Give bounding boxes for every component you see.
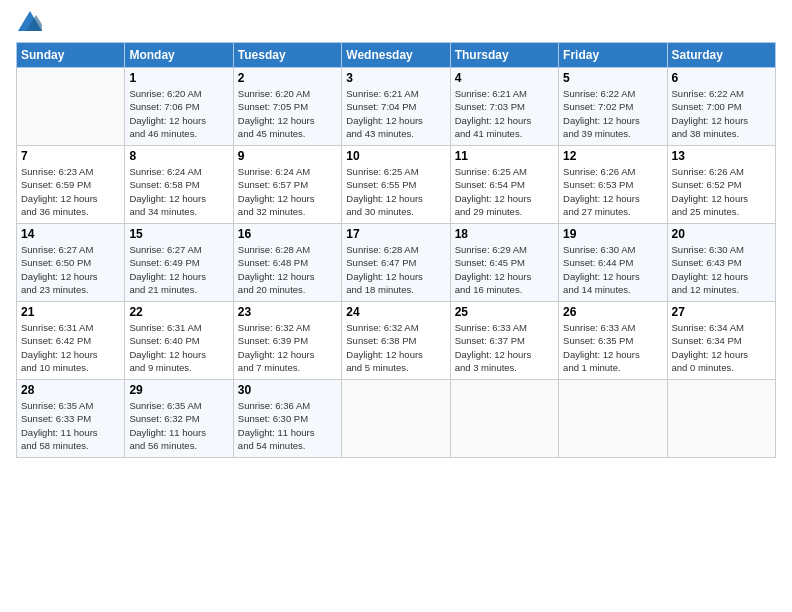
day-number: 16 [238, 227, 337, 241]
day-number: 29 [129, 383, 228, 397]
day-info: Sunrise: 6:20 AMSunset: 7:05 PMDaylight:… [238, 87, 337, 140]
day-header-tuesday: Tuesday [233, 43, 341, 68]
calendar-header-row: SundayMondayTuesdayWednesdayThursdayFrid… [17, 43, 776, 68]
day-number: 8 [129, 149, 228, 163]
calendar-cell: 5Sunrise: 6:22 AMSunset: 7:02 PMDaylight… [559, 68, 667, 146]
day-number: 14 [21, 227, 120, 241]
calendar-cell: 28Sunrise: 6:35 AMSunset: 6:33 PMDayligh… [17, 380, 125, 458]
logo [16, 12, 42, 32]
calendar-cell: 12Sunrise: 6:26 AMSunset: 6:53 PMDayligh… [559, 146, 667, 224]
calendar-cell: 16Sunrise: 6:28 AMSunset: 6:48 PMDayligh… [233, 224, 341, 302]
calendar-cell: 13Sunrise: 6:26 AMSunset: 6:52 PMDayligh… [667, 146, 775, 224]
day-header-friday: Friday [559, 43, 667, 68]
calendar-cell: 14Sunrise: 6:27 AMSunset: 6:50 PMDayligh… [17, 224, 125, 302]
day-info: Sunrise: 6:32 AMSunset: 6:38 PMDaylight:… [346, 321, 445, 374]
day-header-sunday: Sunday [17, 43, 125, 68]
calendar-cell: 18Sunrise: 6:29 AMSunset: 6:45 PMDayligh… [450, 224, 558, 302]
calendar-cell: 30Sunrise: 6:36 AMSunset: 6:30 PMDayligh… [233, 380, 341, 458]
day-info: Sunrise: 6:33 AMSunset: 6:35 PMDaylight:… [563, 321, 662, 374]
calendar-cell: 21Sunrise: 6:31 AMSunset: 6:42 PMDayligh… [17, 302, 125, 380]
day-info: Sunrise: 6:22 AMSunset: 7:00 PMDaylight:… [672, 87, 771, 140]
day-number: 4 [455, 71, 554, 85]
calendar-cell [450, 380, 558, 458]
day-header-monday: Monday [125, 43, 233, 68]
day-info: Sunrise: 6:24 AMSunset: 6:57 PMDaylight:… [238, 165, 337, 218]
day-info: Sunrise: 6:21 AMSunset: 7:04 PMDaylight:… [346, 87, 445, 140]
day-info: Sunrise: 6:31 AMSunset: 6:42 PMDaylight:… [21, 321, 120, 374]
week-row-2: 7Sunrise: 6:23 AMSunset: 6:59 PMDaylight… [17, 146, 776, 224]
day-number: 20 [672, 227, 771, 241]
calendar-cell: 22Sunrise: 6:31 AMSunset: 6:40 PMDayligh… [125, 302, 233, 380]
day-number: 22 [129, 305, 228, 319]
calendar-cell [667, 380, 775, 458]
calendar-cell: 15Sunrise: 6:27 AMSunset: 6:49 PMDayligh… [125, 224, 233, 302]
header [16, 12, 776, 32]
calendar-cell: 7Sunrise: 6:23 AMSunset: 6:59 PMDaylight… [17, 146, 125, 224]
day-info: Sunrise: 6:30 AMSunset: 6:43 PMDaylight:… [672, 243, 771, 296]
day-number: 23 [238, 305, 337, 319]
day-header-thursday: Thursday [450, 43, 558, 68]
calendar-table: SundayMondayTuesdayWednesdayThursdayFrid… [16, 42, 776, 458]
day-number: 9 [238, 149, 337, 163]
day-info: Sunrise: 6:20 AMSunset: 7:06 PMDaylight:… [129, 87, 228, 140]
calendar-cell: 24Sunrise: 6:32 AMSunset: 6:38 PMDayligh… [342, 302, 450, 380]
day-info: Sunrise: 6:35 AMSunset: 6:32 PMDaylight:… [129, 399, 228, 452]
day-info: Sunrise: 6:23 AMSunset: 6:59 PMDaylight:… [21, 165, 120, 218]
week-row-5: 28Sunrise: 6:35 AMSunset: 6:33 PMDayligh… [17, 380, 776, 458]
day-number: 17 [346, 227, 445, 241]
calendar-cell: 19Sunrise: 6:30 AMSunset: 6:44 PMDayligh… [559, 224, 667, 302]
week-row-1: 1Sunrise: 6:20 AMSunset: 7:06 PMDaylight… [17, 68, 776, 146]
day-number: 12 [563, 149, 662, 163]
day-number: 19 [563, 227, 662, 241]
day-info: Sunrise: 6:25 AMSunset: 6:54 PMDaylight:… [455, 165, 554, 218]
logo-icon [18, 11, 42, 31]
calendar-cell: 6Sunrise: 6:22 AMSunset: 7:00 PMDaylight… [667, 68, 775, 146]
calendar-cell [17, 68, 125, 146]
day-number: 13 [672, 149, 771, 163]
calendar-cell: 17Sunrise: 6:28 AMSunset: 6:47 PMDayligh… [342, 224, 450, 302]
calendar-cell [559, 380, 667, 458]
calendar-cell: 29Sunrise: 6:35 AMSunset: 6:32 PMDayligh… [125, 380, 233, 458]
day-info: Sunrise: 6:24 AMSunset: 6:58 PMDaylight:… [129, 165, 228, 218]
day-info: Sunrise: 6:28 AMSunset: 6:47 PMDaylight:… [346, 243, 445, 296]
day-info: Sunrise: 6:34 AMSunset: 6:34 PMDaylight:… [672, 321, 771, 374]
day-info: Sunrise: 6:30 AMSunset: 6:44 PMDaylight:… [563, 243, 662, 296]
calendar-cell: 25Sunrise: 6:33 AMSunset: 6:37 PMDayligh… [450, 302, 558, 380]
day-info: Sunrise: 6:27 AMSunset: 6:50 PMDaylight:… [21, 243, 120, 296]
week-row-4: 21Sunrise: 6:31 AMSunset: 6:42 PMDayligh… [17, 302, 776, 380]
calendar-cell: 1Sunrise: 6:20 AMSunset: 7:06 PMDaylight… [125, 68, 233, 146]
calendar-cell: 27Sunrise: 6:34 AMSunset: 6:34 PMDayligh… [667, 302, 775, 380]
day-info: Sunrise: 6:26 AMSunset: 6:53 PMDaylight:… [563, 165, 662, 218]
day-info: Sunrise: 6:27 AMSunset: 6:49 PMDaylight:… [129, 243, 228, 296]
day-number: 1 [129, 71, 228, 85]
calendar-cell: 20Sunrise: 6:30 AMSunset: 6:43 PMDayligh… [667, 224, 775, 302]
day-header-wednesday: Wednesday [342, 43, 450, 68]
day-number: 30 [238, 383, 337, 397]
day-info: Sunrise: 6:21 AMSunset: 7:03 PMDaylight:… [455, 87, 554, 140]
day-number: 26 [563, 305, 662, 319]
calendar-cell: 23Sunrise: 6:32 AMSunset: 6:39 PMDayligh… [233, 302, 341, 380]
day-info: Sunrise: 6:35 AMSunset: 6:33 PMDaylight:… [21, 399, 120, 452]
day-header-saturday: Saturday [667, 43, 775, 68]
day-number: 2 [238, 71, 337, 85]
day-number: 24 [346, 305, 445, 319]
calendar-body: 1Sunrise: 6:20 AMSunset: 7:06 PMDaylight… [17, 68, 776, 458]
calendar-cell: 26Sunrise: 6:33 AMSunset: 6:35 PMDayligh… [559, 302, 667, 380]
day-number: 6 [672, 71, 771, 85]
day-info: Sunrise: 6:31 AMSunset: 6:40 PMDaylight:… [129, 321, 228, 374]
day-number: 5 [563, 71, 662, 85]
day-info: Sunrise: 6:29 AMSunset: 6:45 PMDaylight:… [455, 243, 554, 296]
day-number: 18 [455, 227, 554, 241]
calendar-cell: 2Sunrise: 6:20 AMSunset: 7:05 PMDaylight… [233, 68, 341, 146]
day-info: Sunrise: 6:28 AMSunset: 6:48 PMDaylight:… [238, 243, 337, 296]
page-container: SundayMondayTuesdayWednesdayThursdayFrid… [0, 0, 792, 466]
day-info: Sunrise: 6:25 AMSunset: 6:55 PMDaylight:… [346, 165, 445, 218]
calendar-cell: 10Sunrise: 6:25 AMSunset: 6:55 PMDayligh… [342, 146, 450, 224]
day-info: Sunrise: 6:32 AMSunset: 6:39 PMDaylight:… [238, 321, 337, 374]
calendar-cell: 11Sunrise: 6:25 AMSunset: 6:54 PMDayligh… [450, 146, 558, 224]
day-number: 21 [21, 305, 120, 319]
day-number: 3 [346, 71, 445, 85]
day-number: 15 [129, 227, 228, 241]
day-number: 7 [21, 149, 120, 163]
day-number: 10 [346, 149, 445, 163]
